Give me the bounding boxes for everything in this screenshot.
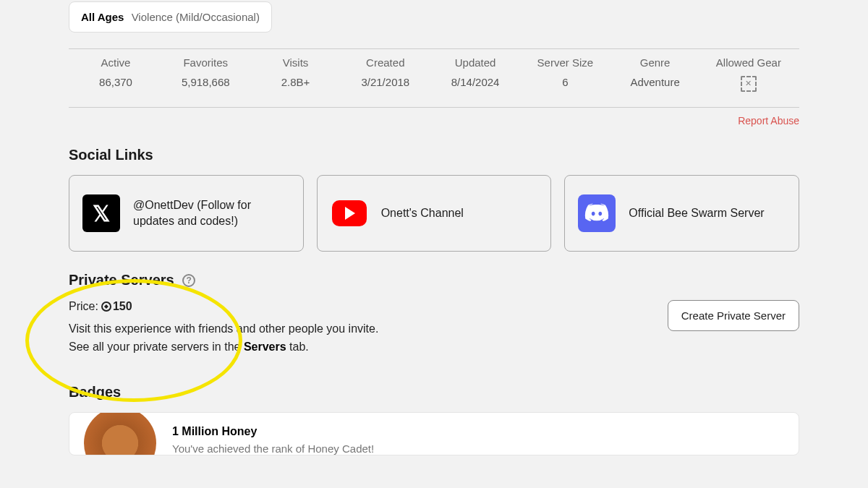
private-servers-info: Price:150 Visit this experience with fri… — [69, 300, 378, 356]
private-servers-description: Visit this experience with friends and o… — [69, 320, 378, 356]
x-icon: 𝕏 — [82, 194, 120, 232]
report-abuse-link[interactable]: Report Abuse — [738, 115, 799, 127]
social-links-grid: 𝕏 @OnettDev (Follow for updates and code… — [69, 175, 799, 252]
rating-descriptor: Violence (Mild/Occasional) — [132, 11, 260, 23]
no-gear-icon — [741, 76, 757, 92]
help-icon[interactable]: ? — [182, 274, 195, 287]
badges-title: Badges — [69, 384, 803, 401]
discord-icon — [578, 194, 616, 232]
divider — [69, 107, 799, 108]
stat-genre: Genre Adventure — [626, 56, 684, 94]
stat-updated: Updated 8/14/2024 — [446, 56, 504, 94]
social-link-x[interactable]: 𝕏 @OnettDev (Follow for updates and code… — [69, 175, 304, 252]
stat-allowed-gear: Allowed Gear — [716, 56, 781, 94]
rating-age: All Ages — [81, 11, 124, 23]
stat-server-size: Server Size 6 — [536, 56, 594, 94]
private-servers-title: Private Servers ? — [69, 272, 803, 288]
badge-name: 1 Million Honey — [172, 425, 374, 438]
social-links-title: Social Links — [69, 147, 803, 163]
divider — [69, 48, 799, 49]
youtube-icon — [332, 200, 367, 226]
stat-visits: Visits 2.8B+ — [267, 56, 325, 94]
social-link-label: Onett's Channel — [381, 205, 464, 221]
stats-row: Active 86,370 Favorites 5,918,668 Visits… — [65, 56, 803, 94]
servers-tab-link[interactable]: Servers — [244, 341, 286, 353]
robux-icon — [101, 301, 111, 312]
social-link-label: Official Bee Swarm Server — [629, 205, 764, 221]
stat-created: Created 3/21/2018 — [357, 56, 414, 94]
rating-tags: All Ages Violence (Mild/Occasional) — [69, 1, 272, 33]
badge-description: You've achieved the rank of Honey Cadet! — [172, 442, 374, 455]
create-private-server-button[interactable]: Create Private Server — [668, 300, 799, 331]
social-link-label: @OnettDev (Follow for updates and codes!… — [133, 197, 290, 228]
badge-icon — [84, 412, 156, 455]
social-link-discord[interactable]: Official Bee Swarm Server — [564, 175, 799, 252]
stat-active: Active 86,370 — [87, 56, 145, 94]
stat-favorites: Favorites 5,918,668 — [176, 56, 234, 94]
badge-card[interactable]: 1 Million Honey You've achieved the rank… — [69, 412, 799, 455]
private-server-price: Price:150 — [69, 300, 378, 313]
social-link-youtube[interactable]: Onett's Channel — [317, 175, 552, 252]
